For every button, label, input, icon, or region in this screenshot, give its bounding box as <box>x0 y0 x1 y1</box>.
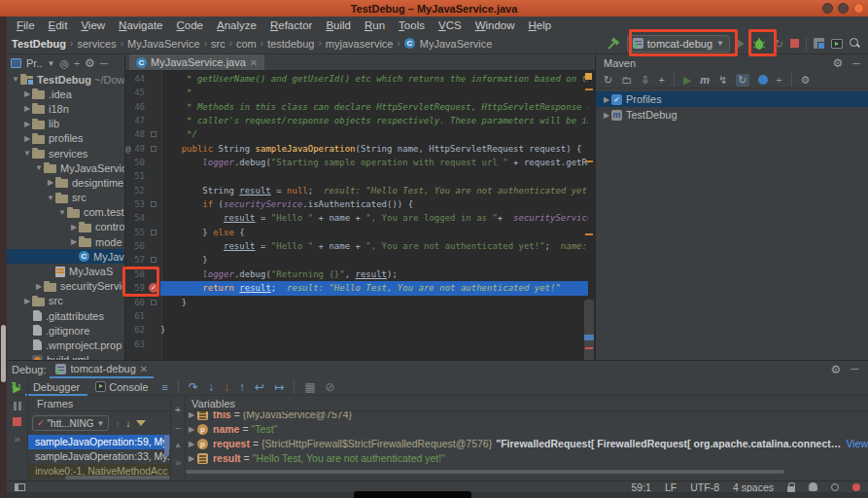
chevron-collapsed-icon[interactable]: ▶ <box>22 297 32 305</box>
force-step-into-icon[interactable]: ↓ <box>224 380 229 394</box>
window-minimize-button[interactable] <box>822 3 833 14</box>
refresh-icon[interactable]: ↻ <box>604 74 612 87</box>
run-goal-icon[interactable]: ▶ <box>683 74 691 87</box>
inspection-status-icon[interactable] <box>585 73 592 80</box>
chevron-expanded-icon[interactable]: ▼ <box>22 149 32 158</box>
project-tree-item[interactable]: ▼TestDebug~/Dow <box>7 72 124 87</box>
breadcrumb-item[interactable]: TestDebug <box>12 38 66 50</box>
debug-session-tab[interactable]: tomcat-debug ✕ <box>50 361 154 378</box>
chevron-collapsed-icon[interactable]: ▶ <box>46 178 55 187</box>
project-tree-item[interactable]: ▶.idea <box>7 87 124 101</box>
variable-row[interactable]: ▶pname="Test" <box>186 422 868 437</box>
breadcrumb-item[interactable]: myjavaservice <box>326 38 394 50</box>
background-tasks-icon[interactable] <box>831 483 839 491</box>
menu-item-navigate[interactable]: Navigate <box>112 19 169 31</box>
code-line[interactable]: 57 } <box>125 253 588 267</box>
variables-hscrollbar[interactable] <box>186 470 784 474</box>
frame-item[interactable]: sampleJavaOperation:33, My. <box>28 449 170 464</box>
filter-icon[interactable] <box>136 420 146 426</box>
breadcrumb-item[interactable]: src <box>211 38 226 50</box>
build-hammer-icon[interactable] <box>607 37 620 51</box>
chevron-expanded-icon[interactable]: ▼ <box>34 163 44 172</box>
maven-tree-item[interactable]: ▶✓Profiles <box>596 91 868 107</box>
code-line[interactable]: 60 } <box>125 296 588 309</box>
close-icon[interactable]: ✕ <box>140 364 148 374</box>
frame-up-icon[interactable]: ↑ <box>115 418 120 429</box>
code-line[interactable]: 63 <box>125 338 588 351</box>
drop-frame-icon[interactable]: ↩ <box>255 380 264 394</box>
frames-hscrollbar[interactable] <box>65 476 170 480</box>
generate-sources-icon[interactable]: 🗀 <box>621 74 632 86</box>
chevron-collapsed-icon[interactable]: ▶ <box>22 104 32 113</box>
project-tree-item[interactable]: ▶mode <box>7 234 124 249</box>
resume-icon[interactable]: ▶ <box>13 382 20 395</box>
variable-row[interactable]: ▶this={MyJavaService@7574} <box>186 411 868 422</box>
warning-stripe[interactable] <box>585 160 593 162</box>
chevron-collapsed-icon[interactable]: ▶ <box>602 111 611 120</box>
code-line[interactable]: 45 * <box>125 86 588 99</box>
project-tree-item[interactable]: ▶i18n <box>7 101 124 116</box>
menu-item-window[interactable]: Window <box>469 19 522 31</box>
project-tree-item[interactable]: .gitignore <box>7 323 124 338</box>
chevron-collapsed-icon[interactable]: ▶ <box>69 237 79 246</box>
code-line[interactable]: 56 result = "Hello " + name + ", You are… <box>125 239 588 253</box>
stop-icon[interactable] <box>13 417 21 426</box>
warning-stripe[interactable] <box>585 233 593 235</box>
editor-scrollbar[interactable] <box>583 71 595 360</box>
project-tree-item[interactable]: MyJavaS <box>7 264 124 278</box>
code-line[interactable]: 48 */ <box>125 127 588 141</box>
file-encoding[interactable]: UTF-8 <box>690 481 719 493</box>
breadcrumb-item[interactable]: services <box>77 38 116 50</box>
chevron-expanded-icon[interactable]: ▼ <box>11 75 20 84</box>
step-out-icon[interactable]: ↑ <box>239 380 245 394</box>
maven-tree-item[interactable]: ▶mTestDebug <box>596 107 868 123</box>
menu-item-edit[interactable]: Edit <box>42 19 75 31</box>
step-over-icon[interactable]: ↷ <box>189 380 198 394</box>
code-line[interactable]: 51 <box>125 169 588 183</box>
step-into-icon[interactable]: ↓ <box>208 380 214 394</box>
breadcrumb-item[interactable]: com <box>236 38 257 50</box>
run-anything-icon[interactable] <box>831 39 843 49</box>
toolwindow-switcher-icon[interactable] <box>15 483 25 491</box>
breakpoint-stripe[interactable] <box>585 347 593 349</box>
menu-item-refactor[interactable]: Refactor <box>263 19 319 31</box>
search-everywhere-icon[interactable] <box>850 38 860 49</box>
project-tree-item[interactable]: ▼com.test <box>7 205 124 220</box>
code-line[interactable]: 61 <box>125 309 588 323</box>
stop-button[interactable] <box>790 39 799 48</box>
variable-row[interactable]: ▶prequest={StrictHttpFirewall$StrictFire… <box>186 437 868 451</box>
project-view-selector[interactable]: Pr.. <box>26 57 43 69</box>
project-structure-icon[interactable] <box>814 38 824 49</box>
maven-settings-icon[interactable]: ⚙ <box>801 74 811 87</box>
offline-mode-icon[interactable] <box>758 75 768 85</box>
chevron-expanded-icon[interactable]: ▼ <box>46 194 55 202</box>
project-tree-item[interactable]: ▶contro <box>7 220 124 234</box>
view-breakpoints-icon[interactable]: ▦ <box>304 380 315 394</box>
project-tree-item[interactable]: .wmproject.prop <box>7 338 124 352</box>
run-button[interactable] <box>737 39 745 49</box>
frame-item[interactable]: sampleJavaOperation:59, My. <box>28 435 170 449</box>
indent-style[interactable]: 4 spaces <box>733 481 774 493</box>
gear-icon[interactable]: ⚙ <box>85 57 95 69</box>
project-tree-item[interactable]: ▼MyJavaServic <box>7 160 124 175</box>
chevron-collapsed-icon[interactable]: ▶ <box>186 451 197 466</box>
breadcrumb-item[interactable]: MyJavaService <box>127 38 200 50</box>
code-line[interactable]: 46 * Methods in this class can declare H… <box>125 100 588 114</box>
highlighting-level-icon[interactable] <box>809 482 817 491</box>
chevron-collapsed-icon[interactable]: ▶ <box>22 120 32 128</box>
maven-goal-icon[interactable]: m <box>700 74 710 86</box>
skip-tests-icon[interactable]: ↯ <box>718 74 727 87</box>
line-separator[interactable]: LF <box>665 481 677 493</box>
project-tree-item[interactable]: ▶profiles <box>7 131 124 146</box>
caret-position[interactable]: 59:1 <box>632 481 651 493</box>
code-line[interactable]: 53 if (securityService.isAuthenticated()… <box>125 197 588 211</box>
run-to-cursor-icon[interactable]: ↦ <box>274 380 284 394</box>
editor[interactable]: C MyJavaService.java ✕ 44 * getUserName(… <box>124 54 595 360</box>
project-tree-item[interactable]: ▼src <box>7 191 124 205</box>
chevron-collapsed-icon[interactable]: ▶ <box>22 89 32 98</box>
fold-marker-icon[interactable] <box>151 230 156 235</box>
mute-breakpoints-icon[interactable]: ⊘ <box>326 380 335 394</box>
window-maximize-button[interactable] <box>838 3 849 14</box>
chevron-collapsed-icon[interactable]: ▶ <box>22 134 32 143</box>
thread-selector[interactable]: ✓ "htt...NING ▼ <box>32 415 109 431</box>
